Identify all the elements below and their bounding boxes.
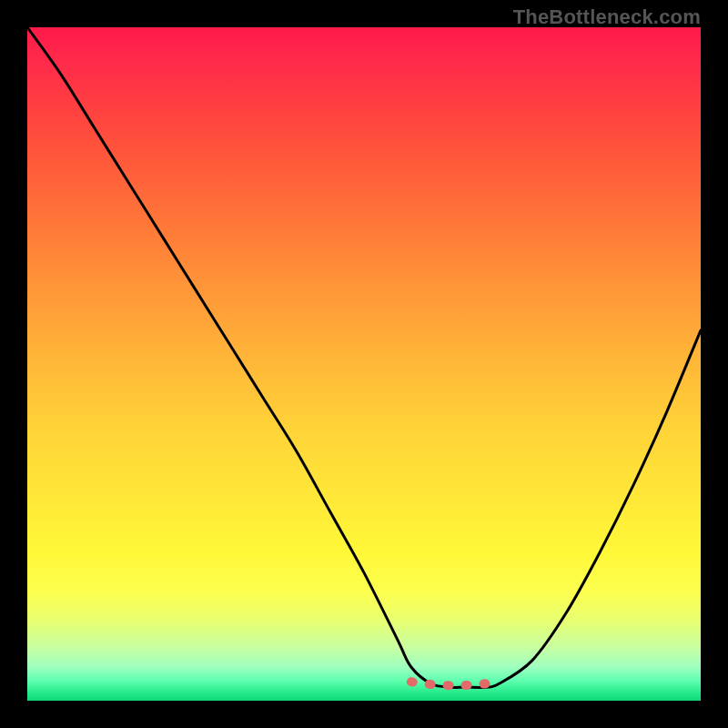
chart-container: TheBottleneck.com: [0, 0, 728, 728]
bottleneck-curve: [27, 27, 701, 687]
watermark-text: TheBottleneck.com: [513, 5, 701, 29]
chart-svg: [27, 27, 701, 701]
optimal-range-dots: [411, 682, 499, 685]
plot-area: [27, 27, 701, 701]
